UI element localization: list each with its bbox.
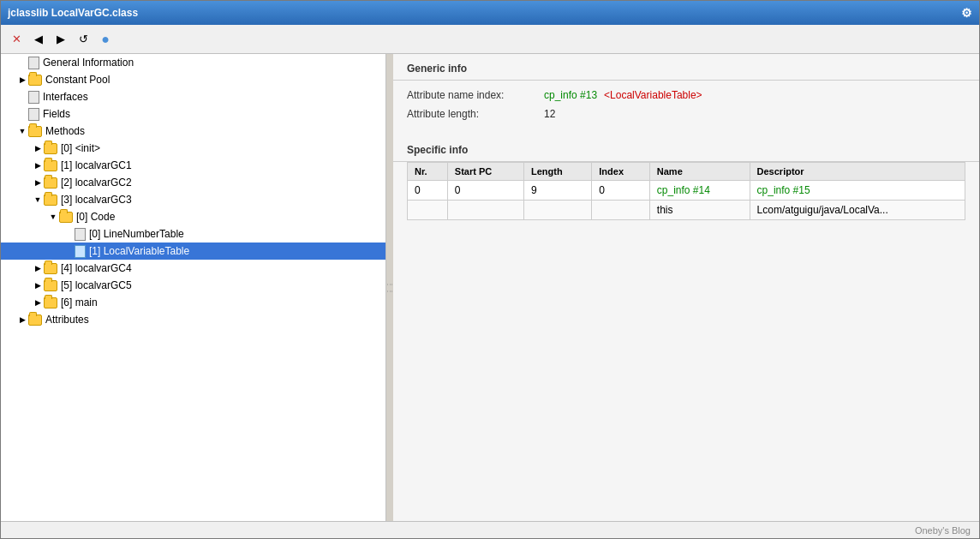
tree-item-localvargc2[interactable]: ▶ [2] localvarGC2 [1, 174, 385, 191]
folder-icon-localvargc2 [44, 177, 57, 189]
tree-item-interfaces[interactable]: ▶ Interfaces [1, 88, 385, 105]
tree-label-localvargc5: [5] localvarGC5 [61, 279, 132, 291]
tree-arrow-localvargc2: ▶ [32, 177, 44, 189]
file-icon-general [28, 57, 39, 69]
refresh-button[interactable]: ↺ [73, 29, 93, 50]
generic-info-section: Attribute name index: cp_info #13 <Local… [393, 81, 979, 135]
tree-arrow-methods: ▼ [16, 125, 28, 137]
tree-item-constant-pool[interactable]: ▶ Constant Pool [1, 71, 385, 88]
tree-label-linenumbertable: [0] LineNumberTable [89, 228, 184, 240]
folder-icon-constant-pool [28, 75, 42, 86]
generic-info-header: Generic info [393, 54, 979, 81]
file-icon-localvariabletable [75, 245, 86, 258]
cell-startpc-0: 0 [447, 181, 523, 201]
close-button[interactable]: ✕ [6, 29, 27, 50]
tree-label-init: [0] <init> [61, 142, 100, 154]
toolbar: ✕ ◀ ▶ ↺ ● [1, 25, 979, 54]
folder-icon-init [44, 143, 57, 154]
watermark-text: Oneby's Blog [915, 525, 971, 536]
folder-icon-localvargc1 [44, 160, 57, 171]
tree-item-fields[interactable]: ▶ Fields [1, 105, 385, 123]
table-row: this Lcom/atguigu/java/LocalVa... [408, 201, 965, 220]
tree-item-attributes[interactable]: ▶ Attributes [1, 311, 385, 328]
folder-icon-attributes [28, 314, 42, 326]
table-section: Nr. Start PC Length Index Name Descripto… [393, 162, 979, 521]
col-header-descriptor: Descriptor [750, 163, 965, 181]
tree-item-methods[interactable]: ▼ Methods [1, 123, 385, 140]
col-header-startpc: Start PC [447, 163, 523, 181]
attribute-name-row: Attribute name index: cp_info #13 <Local… [407, 89, 965, 101]
data-table: Nr. Start PC Length Index Name Descripto… [407, 162, 965, 220]
right-panel: Generic info Attribute name index: cp_in… [393, 54, 979, 521]
folder-icon-localvargc3 [44, 195, 57, 206]
cell-nr-0: 0 [408, 181, 448, 201]
folder-icon-code [59, 212, 73, 223]
tree-item-main[interactable]: ▶ [6] main [1, 294, 385, 311]
cell-name-1: this [649, 201, 750, 220]
forward-icon: ▶ [57, 33, 65, 45]
title-text: jclasslib LocalVarGC.class [8, 7, 138, 19]
tree-arrow-localvargc1: ▶ [32, 159, 44, 171]
folder-icon-main [44, 297, 57, 308]
tree-item-linenumbertable[interactable]: ▶ [0] LineNumberTable [1, 225, 385, 243]
panel-resizer[interactable]: ⋮⋮ [386, 54, 393, 521]
cell-startpc-1 [447, 201, 523, 220]
file-icon-fields [28, 108, 39, 121]
tree-item-general[interactable]: ▶ General Information [1, 54, 385, 71]
col-header-index: Index [592, 163, 650, 181]
attribute-name-label: Attribute name index: [407, 89, 544, 101]
tree-label-localvargc3: [3] localvarGC3 [61, 194, 132, 206]
tree-item-localvargc3[interactable]: ▼ [3] localvarGC3 [1, 191, 385, 208]
attribute-name-value: <LocalVariableTable> [604, 89, 702, 101]
tree-label-localvariabletable: [1] LocalVariableTable [89, 245, 189, 257]
tree-label-localvargc1: [1] localvarGC1 [61, 159, 132, 171]
tree-item-localvariabletable[interactable]: ▶ [1] LocalVariableTable [1, 243, 385, 260]
attribute-length-value: 12 [544, 108, 555, 120]
table-header-row: Nr. Start PC Length Index Name Descripto… [408, 163, 965, 181]
cell-index-0: 0 [592, 181, 650, 201]
tree-arrow-localvargc3: ▼ [32, 194, 44, 206]
tree-item-localvargc4[interactable]: ▶ [4] localvarGC4 [1, 260, 385, 277]
content-area: ▶ General Information ▶ Constant Pool ▶ … [1, 54, 979, 521]
tree-arrow-main: ▶ [32, 296, 44, 308]
tree-arrow-attributes: ▶ [16, 314, 28, 326]
tree-arrow-constant-pool: ▶ [16, 74, 28, 86]
tree-label-localvargc2: [2] localvarGC2 [61, 177, 132, 189]
close-icon: ✕ [12, 33, 21, 45]
globe-icon: ● [101, 32, 110, 47]
settings-icon[interactable]: ⚙ [961, 6, 972, 20]
tree-label-methods: Methods [45, 125, 85, 137]
bottom-bar: Oneby's Blog [1, 521, 979, 538]
tree-label-interfaces: Interfaces [43, 91, 88, 103]
col-header-name: Name [649, 163, 750, 181]
tree-item-init[interactable]: ▶ [0] <init> [1, 140, 385, 157]
tree-item-localvargc1[interactable]: ▶ [1] localvarGC1 [1, 157, 385, 174]
tree-label-general: General Information [43, 57, 134, 69]
tree-item-code[interactable]: ▼ [0] Code [1, 208, 385, 225]
folder-icon-localvargc5 [44, 280, 57, 291]
back-icon: ◀ [34, 33, 43, 45]
tree-label-fields: Fields [43, 108, 70, 120]
forward-button[interactable]: ▶ [51, 29, 71, 50]
cell-index-1 [592, 201, 650, 220]
folder-icon-localvargc4 [44, 263, 57, 274]
refresh-icon: ↺ [79, 33, 88, 45]
file-icon-linenumbertable [75, 228, 86, 241]
cell-name-0[interactable]: cp_info #14 [649, 181, 750, 201]
cell-nr-1 [408, 201, 448, 220]
tree-label-code: [0] Code [76, 211, 115, 223]
attribute-name-link[interactable]: cp_info #13 [544, 89, 597, 101]
attribute-length-row: Attribute length: 12 [407, 108, 965, 120]
col-header-length: Length [524, 163, 592, 181]
attribute-length-label: Attribute length: [407, 108, 544, 120]
left-panel: ▶ General Information ▶ Constant Pool ▶ … [1, 54, 386, 521]
cell-descriptor-0[interactable]: cp_info #15 [750, 181, 965, 201]
cell-length-1 [524, 201, 592, 220]
table-row: 0 0 9 0 cp_info #14 cp_info #15 [408, 181, 965, 201]
tree-item-localvargc5[interactable]: ▶ [5] localvarGC5 [1, 277, 385, 294]
specific-info-header: Specific info [393, 135, 979, 162]
file-icon-interfaces [28, 91, 39, 104]
globe-button[interactable]: ● [95, 29, 116, 50]
back-button[interactable]: ◀ [28, 29, 49, 50]
tree-arrow-code: ▼ [47, 211, 59, 223]
